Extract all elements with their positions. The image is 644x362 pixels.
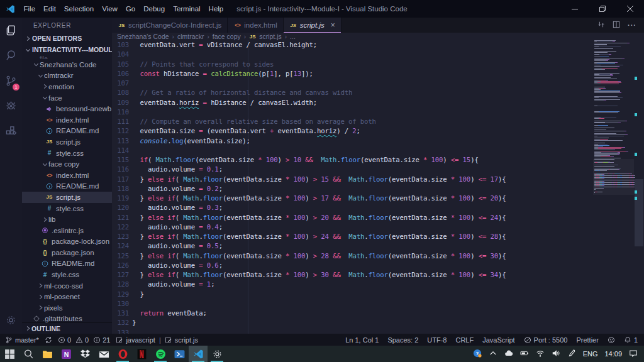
tree-folder-ml-posenet[interactable]: ml-posenet bbox=[22, 291, 112, 302]
tree-file-readme-md[interactable]: README.md bbox=[22, 126, 112, 137]
code-editor[interactable]: 103 eventData.vert = vDistance / canvasE… bbox=[112, 40, 644, 334]
onedrive-icon[interactable] bbox=[504, 349, 513, 359]
language-indicator[interactable]: ENG bbox=[583, 350, 598, 358]
code-line: 113 console.log(eventData.size); bbox=[112, 136, 644, 146]
tab-close-icon[interactable]: × bbox=[331, 21, 335, 30]
tree-folder-face[interactable]: face bbox=[22, 92, 112, 104]
tree-file-script-js[interactable]: JSscript.js bbox=[22, 136, 112, 148]
tree-file-style-css[interactable]: #style.css bbox=[22, 203, 112, 214]
tree-folder-snezhana-s-code[interactable]: Snezhana's Code bbox=[22, 59, 112, 70]
linter-status-javascript[interactable]: javascript|script.js bbox=[116, 336, 198, 344]
vscode-icon[interactable] bbox=[189, 346, 208, 362]
menu-selection[interactable]: Selection bbox=[60, 0, 97, 18]
breadcrumb-item[interactable]: Snezhana's Code bbox=[117, 33, 169, 40]
minimap[interactable] bbox=[593, 40, 634, 334]
tree-folder-clmtrackr[interactable]: clmtrackr bbox=[22, 70, 112, 82]
feedback-smiley-icon[interactable] bbox=[608, 336, 615, 344]
code-line: 118 audio.volume = 0.2; bbox=[112, 184, 644, 194]
project-root-section[interactable]: INTERACTIVITY---MODULE-I bbox=[22, 44, 112, 55]
source-control-icon[interactable]: 1 bbox=[0, 68, 22, 93]
tree-folder-lib[interactable]: lib bbox=[22, 214, 112, 225]
tree-folder-pixels[interactable]: pixels bbox=[22, 302, 112, 314]
open-editors-section[interactable]: OPEN EDITORS bbox=[22, 33, 112, 44]
breadcrumb-item[interactable]: clmtrackr bbox=[177, 33, 204, 40]
netflix-icon[interactable] bbox=[132, 346, 151, 362]
search-icon[interactable] bbox=[0, 43, 22, 68]
settings-icon[interactable] bbox=[208, 346, 226, 362]
extensions-icon[interactable] bbox=[0, 118, 22, 143]
code-line: 130 bbox=[112, 299, 644, 309]
cursor-position[interactable]: Ln 1, Col 1 bbox=[345, 336, 379, 344]
encoding[interactable]: UTF-8 bbox=[427, 336, 447, 344]
live-server-port[interactable]: Port : 5500 bbox=[524, 336, 568, 344]
menu-terminal[interactable]: Terminal bbox=[169, 0, 204, 18]
explorer-icon[interactable] bbox=[0, 18, 22, 43]
search-taskbar-icon[interactable] bbox=[19, 346, 38, 362]
tree-file-index-html[interactable]: <>index.html bbox=[22, 170, 112, 181]
breadcrumb-item[interactable]: ... bbox=[290, 33, 296, 40]
menu-go[interactable]: Go bbox=[121, 0, 139, 18]
language-mode[interactable]: JavaScript bbox=[482, 336, 514, 344]
tree-item-label: package.json bbox=[52, 249, 94, 256]
breadcrumb-item[interactable]: face copy bbox=[213, 33, 241, 40]
tab-index-html[interactable]: <>index.html bbox=[228, 18, 283, 33]
code-line-text: audio.volume = 0.1; bbox=[132, 165, 223, 174]
close-button[interactable] bbox=[616, 0, 644, 18]
tree-file-package-json[interactable]: {}package.json bbox=[22, 247, 112, 258]
pen-icon[interactable] bbox=[567, 349, 576, 359]
split-editor-icon[interactable] bbox=[613, 21, 620, 30]
opera-icon[interactable] bbox=[113, 346, 132, 362]
minimize-button[interactable] bbox=[561, 0, 589, 18]
tray-expand-chevron[interactable] bbox=[489, 349, 497, 359]
menu-edit[interactable]: Edit bbox=[40, 0, 60, 18]
tree-file-bensound-anewb-[interactable]: bensound-anewb... bbox=[22, 103, 112, 114]
restore-button[interactable] bbox=[589, 0, 616, 18]
mail-icon[interactable] bbox=[94, 346, 113, 362]
clock[interactable]: 14:09 bbox=[604, 350, 622, 358]
onenote-icon[interactable]: N bbox=[57, 346, 75, 362]
indentation[interactable]: Spaces: 2 bbox=[387, 336, 418, 344]
sync-icon[interactable] bbox=[45, 336, 52, 344]
more-actions-icon[interactable]: ··· bbox=[628, 21, 636, 29]
tree-folder-face-copy[interactable]: face copy bbox=[22, 158, 112, 170]
menu-debug[interactable]: Debug bbox=[140, 0, 169, 18]
editor-scrollbar[interactable] bbox=[634, 40, 644, 334]
open-changes-icon[interactable] bbox=[597, 21, 605, 30]
action-center-icon[interactable] bbox=[629, 349, 638, 359]
tree-folder-ml-coco-ssd[interactable]: ml-coco-ssd bbox=[22, 280, 112, 292]
eol-sequence[interactable]: CRLF bbox=[455, 336, 474, 344]
tree-file--eslintrc-js[interactable]: .eslintrc.js bbox=[22, 225, 112, 236]
tab-script-js[interactable]: JSscript.js× bbox=[284, 18, 341, 33]
start-button[interactable] bbox=[0, 346, 19, 362]
tree-folder-emotion[interactable]: emotion bbox=[22, 81, 112, 92]
tree-file-readme-md[interactable]: README.md bbox=[22, 258, 112, 270]
code-line-text: audio.volume = 1; bbox=[132, 280, 214, 289]
scrollbar-thumb[interactable] bbox=[635, 179, 643, 246]
volume-icon[interactable] bbox=[552, 349, 560, 359]
menu-file[interactable]: File bbox=[19, 0, 40, 18]
get-help-icon[interactable]: ? bbox=[473, 349, 482, 359]
tree-file-style-css[interactable]: #style.css bbox=[22, 148, 112, 159]
tree-file-script-js[interactable]: JSscript.js bbox=[22, 192, 112, 203]
powershell-icon[interactable] bbox=[170, 346, 189, 362]
prettier-status[interactable]: Prettier bbox=[576, 336, 598, 344]
tree-file-readme-md[interactable]: README.md bbox=[22, 181, 112, 192]
breadcrumb-item[interactable]: script.js bbox=[259, 33, 282, 40]
outline-section[interactable]: OUTLINE bbox=[22, 322, 112, 334]
menu-help[interactable]: Help bbox=[204, 0, 228, 18]
tree-file-package-lock-json[interactable]: {}package-lock.json bbox=[22, 236, 112, 248]
problems-indicator[interactable]: 0 0 21 bbox=[58, 336, 111, 344]
tab-scriptchangecolor-indirect-js[interactable]: JSscriptChangeColor-Indirect.js bbox=[112, 18, 228, 33]
battery-icon[interactable] bbox=[520, 349, 529, 359]
file-explorer-icon[interactable] bbox=[38, 346, 57, 362]
spotify-icon[interactable] bbox=[151, 346, 170, 362]
tree-file-style-css[interactable]: #style.css bbox=[22, 269, 112, 280]
debug-icon[interactable] bbox=[0, 93, 22, 118]
menu-view[interactable]: View bbox=[98, 0, 122, 18]
settings-gear-icon[interactable] bbox=[0, 307, 22, 332]
dropbox-icon[interactable] bbox=[75, 346, 94, 362]
tree-file-index-html[interactable]: <>index.html bbox=[22, 114, 112, 126]
git-branch-indicator[interactable]: master* bbox=[5, 336, 39, 344]
notifications-bell[interactable]: 1 bbox=[624, 336, 638, 344]
wifi-icon[interactable] bbox=[536, 349, 545, 359]
